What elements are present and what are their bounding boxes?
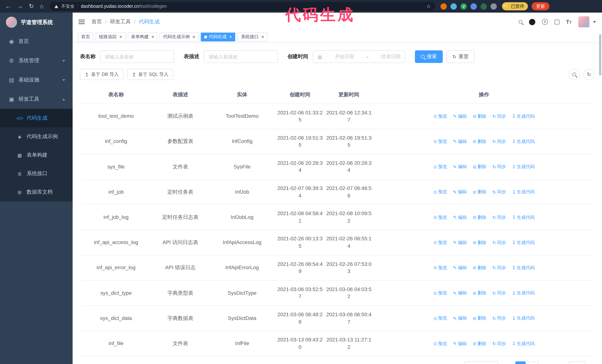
people-extension-icon[interactable] [471,3,477,10]
dark-green-extension-icon[interactable] [481,3,487,10]
close-icon[interactable]: × [151,34,154,39]
sidebar-subitem-form-builder[interactable]: ▦表单构建 [0,146,73,164]
profile-paused-badge[interactable]: 已暂停 [502,2,528,10]
font-size-icon[interactable] [566,19,572,25]
preview-link[interactable]: ⊙预览 [433,214,447,220]
sidebar-subitem-db-doc[interactable]: ⊞数据库文档 [0,183,73,201]
sidebar-item-infra[interactable]: ▤基础设施 [0,70,73,90]
close-icon[interactable]: × [261,34,264,39]
edit-link[interactable]: ✎编辑 [453,113,467,120]
generate-link[interactable]: ↧生成代码 [512,189,535,195]
edit-link[interactable]: ✎编辑 [453,138,467,145]
preview-link[interactable]: ⊙预览 [433,239,447,246]
preview-link[interactable]: ⊙预览 [433,265,447,271]
preview-link[interactable]: ⊙预览 [433,164,447,170]
user-avatar[interactable] [578,16,589,27]
tab-system-api[interactable]: 系统接口× [238,32,268,41]
page-size-select[interactable]: 10条/页 [464,362,499,364]
sync-link[interactable]: ↻同步 [492,214,506,220]
toggle-search-button[interactable] [569,69,580,80]
delete-link[interactable]: ⊘删除 [473,315,486,322]
edit-link[interactable]: ✎编辑 [453,290,467,296]
tab-tracer[interactable]: 链路追踪× [96,32,125,41]
edit-link[interactable]: ✎编辑 [453,239,467,246]
delete-link[interactable]: ⊘删除 [473,164,486,170]
menu-fold-icon[interactable] [78,19,85,24]
sidebar-subitem-codegen[interactable]: </>代码生成 [0,109,73,127]
blue-drop-extension-icon[interactable] [451,3,457,10]
preview-link[interactable]: ⊙预览 [433,113,447,120]
scrollbar-thumb[interactable] [599,34,601,75]
reload-icon[interactable]: ↻ [29,3,34,9]
breadcrumb-item[interactable]: 首页 [92,19,102,25]
delete-link[interactable]: ⊘删除 [473,189,486,195]
generate-link[interactable]: ↧生成代码 [512,214,535,220]
close-icon[interactable]: × [192,34,195,39]
sidebar-item-devtools[interactable]: ▣研发工具 [0,90,73,109]
preview-link[interactable]: ⊙预览 [433,138,447,145]
refresh-table-button[interactable]: ↻ [583,69,595,80]
delete-link[interactable]: ⊘删除 [473,341,486,347]
close-icon[interactable]: × [229,34,232,39]
sync-link[interactable]: ↻同步 [492,265,506,271]
fullscreen-icon[interactable] [554,20,559,24]
delete-link[interactable]: ⊘删除 [473,290,486,296]
generate-link[interactable]: ↧生成代码 [512,290,535,296]
help-icon[interactable] [542,19,548,25]
edit-link[interactable]: ✎编辑 [453,315,467,322]
table-name-input[interactable] [100,50,174,63]
sync-link[interactable]: ↻同步 [492,315,506,322]
edit-link[interactable]: ✎编辑 [453,265,467,271]
preview-link[interactable]: ⊙预览 [433,315,447,322]
table-desc-input[interactable] [204,50,278,63]
sync-link[interactable]: ↻同步 [492,239,506,246]
delete-link[interactable]: ⊘删除 [473,214,486,220]
orange-extension-icon[interactable] [441,3,447,10]
security-label[interactable]: 不安全 [61,3,75,10]
update-button[interactable]: 更新 [532,2,549,10]
generate-link[interactable]: ↧生成代码 [512,315,535,322]
edit-link[interactable]: ✎编辑 [453,164,467,170]
tab-codegen-example[interactable]: 代码生成示例× [160,32,198,41]
create-time-range-picker[interactable]: ▦ 开始日期 - 结束日期 [313,50,405,63]
import-sql-button[interactable]: ↥ 基于 SQL 导入 [127,69,173,80]
tab-home[interactable]: 首页 [78,32,93,41]
generate-link[interactable]: ↧生成代码 [512,113,535,120]
url-text[interactable]: dashboard.yudao.iocoder.cn/tool/codegen [81,4,167,9]
star-icon[interactable]: ☆ [426,4,431,9]
chevron-down-icon[interactable] [593,21,596,23]
page-button-2[interactable]: 2 [528,362,538,364]
sync-link[interactable]: ↻同步 [492,138,506,145]
delete-link[interactable]: ⊘删除 [473,113,486,120]
address-bar[interactable]: 不安全 dashboard.yudao.iocoder.cn/tool/code… [50,2,435,11]
goto-page-input[interactable] [569,362,585,364]
generate-link[interactable]: ↧生成代码 [512,164,535,170]
breadcrumb-item[interactable]: 研发工具 [110,19,131,25]
github-icon[interactable] [529,19,535,25]
delete-link[interactable]: ⊘删除 [473,239,486,246]
home-icon[interactable]: ⌂ [40,3,43,9]
sync-link[interactable]: ↻同步 [492,113,506,120]
sidebar-item-system[interactable]: ⚙系统管理 [0,51,73,70]
delete-link[interactable]: ⊘删除 [473,265,486,271]
search-icon[interactable] [518,20,522,24]
tab-form-builder[interactable]: 表单构建× [128,32,157,41]
preview-link[interactable]: ⊙预览 [433,341,447,347]
sidebar-subitem-system-api[interactable]: ≣系统接口 [0,164,73,183]
sync-link[interactable]: ↻同步 [492,341,506,347]
edit-link[interactable]: ✎编辑 [453,341,467,347]
forward-icon[interactable]: → [17,3,23,9]
next-page-button[interactable]: › [544,362,550,364]
generate-link[interactable]: ↧生成代码 [512,138,535,145]
preview-link[interactable]: ⊙预览 [433,189,447,195]
v-green-extension-icon[interactable]: V [461,3,467,10]
generate-link[interactable]: ↧生成代码 [512,265,535,271]
sync-link[interactable]: ↻同步 [492,189,506,195]
preview-link[interactable]: ⊙预览 [433,290,447,296]
delete-link[interactable]: ⊘删除 [473,138,486,145]
sidebar-subitem-codegen-example[interactable]: ◈代码生成示例 [0,127,73,146]
search-button[interactable]: 搜索 [415,50,443,63]
sidebar-item-home[interactable]: ◉首页 [0,32,73,51]
edit-link[interactable]: ✎编辑 [453,214,467,220]
generate-link[interactable]: ↧生成代码 [512,341,535,347]
